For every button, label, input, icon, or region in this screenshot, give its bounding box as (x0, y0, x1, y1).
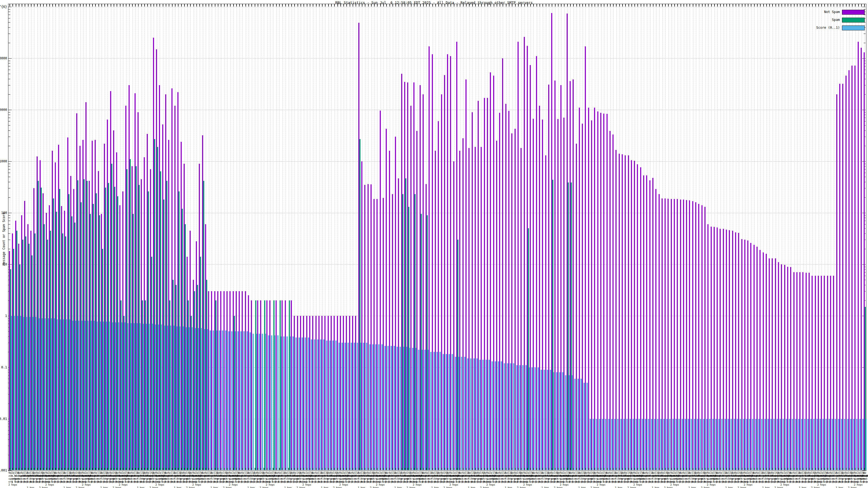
x-tick-bottom (595, 468, 595, 470)
x-tick-top (340, 4, 341, 6)
x-tick-bottom (111, 468, 111, 470)
spam-bar (38, 181, 39, 470)
x-tick-bottom (653, 468, 653, 470)
x-tick-bottom (377, 468, 378, 470)
x-tick-top (488, 4, 488, 6)
x-tick-bottom (117, 468, 117, 470)
x-tick-top (236, 4, 237, 6)
x-tick-top (681, 4, 681, 6)
not-spam-bar (147, 134, 148, 470)
x-tick-bottom (316, 468, 316, 470)
x-tick-bottom (307, 468, 307, 470)
not-spam-bar (196, 241, 197, 470)
score-bar (252, 334, 254, 470)
not-spam-bar (9, 251, 10, 470)
x-tick-bottom (628, 468, 629, 470)
x-tick-bottom (665, 468, 665, 470)
score-bar (761, 419, 763, 470)
x-tick-top (500, 4, 500, 6)
x-tick-bottom (818, 468, 819, 470)
score-bar (574, 379, 576, 470)
spam-bar (138, 185, 140, 470)
spam-bar (289, 300, 290, 470)
x-tick-bottom (662, 468, 663, 470)
score-bar (470, 358, 471, 470)
x-tick-bottom (285, 468, 286, 470)
x-tick-bottom (558, 468, 558, 470)
not-spam-bar (64, 210, 65, 470)
not-spam-bar (18, 244, 19, 470)
x-tick-bottom (769, 468, 770, 470)
x-tick-top (46, 4, 47, 6)
x-tick-bottom (104, 468, 105, 470)
not-spam-bar (698, 204, 699, 470)
score-bar (222, 330, 223, 470)
x-tick-bottom (429, 468, 430, 470)
spam-bar (182, 209, 183, 470)
not-spam-bar (616, 150, 617, 470)
spam-bar (206, 280, 207, 470)
not-spam-bar (285, 300, 286, 470)
x-tick-top (760, 4, 761, 6)
not-spam-bar (113, 130, 114, 470)
y-minor-tick-left (8, 66, 10, 66)
spam-bar (865, 307, 866, 470)
x-tick-bottom (52, 468, 53, 470)
y-gridline (8, 110, 866, 110)
not-spam-bar (707, 224, 709, 470)
x-tick-bottom (151, 468, 151, 470)
not-spam-bar (49, 205, 50, 470)
not-spam-bar (610, 131, 611, 470)
not-spam-bar (661, 198, 663, 470)
not-spam-bar (349, 316, 350, 470)
x-tick-bottom (270, 468, 271, 470)
x-tick-bottom (40, 468, 41, 470)
x-tick-bottom (567, 468, 568, 470)
spam-bar (99, 215, 100, 470)
legend-swatch-not_spam (842, 10, 865, 14)
not-spam-bar (799, 272, 801, 470)
x-tick-bottom (159, 468, 160, 470)
y-minor-tick-left (8, 118, 10, 118)
x-tick-top (533, 4, 534, 6)
score-bar (388, 346, 389, 470)
not-spam-bar (61, 206, 62, 470)
x-tick-bottom (71, 468, 71, 470)
x-tick-top (377, 4, 378, 6)
x-tick-bottom (824, 468, 825, 470)
not-spam-bar (129, 85, 130, 470)
x-tick-bottom (279, 468, 280, 470)
x-tick-top (720, 4, 721, 6)
not-spam-bar (622, 154, 623, 470)
not-spam-bar (40, 160, 41, 470)
y-minor-tick-left (8, 130, 10, 131)
x-tick-bottom (258, 468, 258, 470)
x-tick-bottom (80, 468, 81, 470)
not-spam-bar (328, 316, 329, 470)
x-tick-bottom (864, 468, 865, 470)
spam-bar (360, 139, 361, 470)
y-minor-tick-left (8, 169, 10, 169)
y-tick-label: 100 (0, 211, 7, 215)
not-spam-bar (521, 148, 522, 470)
x-tick-bottom (806, 468, 807, 470)
x-tick-top (156, 4, 157, 6)
not-spam-bar (756, 247, 757, 470)
x-tick-bottom (92, 468, 93, 470)
x-tick-bottom (163, 468, 163, 470)
not-spam-bar (165, 94, 166, 470)
spam-bar (68, 194, 69, 470)
not-spam-bar (450, 56, 451, 470)
x-tick-bottom (481, 468, 482, 470)
x-tick-top (313, 4, 313, 6)
x-tick-top (92, 4, 93, 6)
x-tick-bottom (463, 468, 464, 470)
x-tick-top (546, 4, 546, 6)
spam-bar (215, 300, 216, 470)
x-tick-top (212, 4, 212, 6)
not-spam-bar (738, 233, 739, 470)
x-tick-bottom (402, 468, 402, 470)
spam-bar (133, 214, 134, 470)
spam-bar (151, 257, 152, 470)
score-bar (721, 419, 723, 470)
